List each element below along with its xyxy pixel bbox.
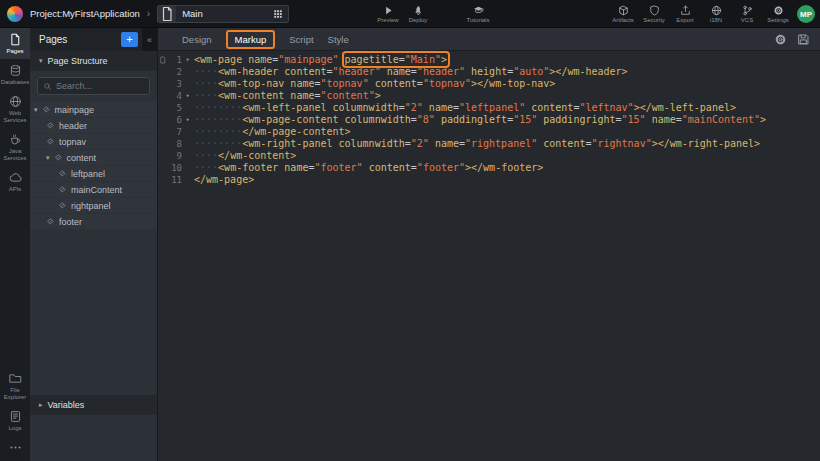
database-icon	[9, 64, 22, 77]
pages-icon	[9, 33, 22, 46]
rail-item-file-explorer[interactable]: File Explorer	[0, 367, 30, 405]
logs-icon	[9, 410, 22, 423]
export-icon	[680, 5, 691, 16]
tree-item-topnav[interactable]: topnav	[30, 134, 157, 149]
artifacts-icon	[618, 5, 629, 16]
rail-item-web-services[interactable]: Web Services	[0, 90, 30, 128]
widget-icon	[46, 217, 55, 226]
web-services-icon	[9, 95, 22, 108]
topbar-action-settings[interactable]: Settings	[766, 5, 790, 23]
chevron-down-icon[interactable]: ▾	[46, 154, 50, 162]
tree-item-label: topnav	[59, 137, 86, 147]
fold-toggle-icon[interactable]: ▾	[182, 54, 193, 66]
user-avatar[interactable]: MP	[797, 5, 815, 23]
rail-bottom-items: File ExplorerLogs	[0, 367, 30, 461]
topbar-action-artifacts[interactable]: Artifacts	[611, 5, 635, 23]
gutter: 5	[158, 102, 194, 114]
topbar-right-actions: ArtifactsSecurityExporti18NVCSSettings	[611, 0, 790, 28]
tab-style[interactable]: Style	[328, 31, 349, 48]
tree-item-mainpage[interactable]: ▾mainpage	[30, 102, 157, 117]
tree-item-maincontent[interactable]: mainContent	[30, 182, 157, 197]
line-number: 2	[168, 66, 182, 78]
chevron-right-icon: ›	[147, 8, 150, 19]
collapse-panel-button[interactable]: «	[142, 28, 157, 51]
variables-section[interactable]: ▸ Variables	[30, 395, 157, 415]
topbar: Project:MyFirstApplication › Main Previe…	[0, 0, 820, 28]
grid-icon[interactable]	[273, 9, 283, 19]
page-structure-label: Page Structure	[48, 56, 108, 66]
chevron-down-icon[interactable]: ▾	[34, 106, 38, 114]
vcs-branch-icon	[742, 5, 753, 16]
left-rail: PagesDatabasesWeb ServicesJava ServicesA…	[0, 28, 30, 461]
topbar-action-vcs[interactable]: VCS	[735, 5, 759, 23]
rail-item-label: APIs	[9, 186, 22, 193]
fold-toggle-icon[interactable]: ▾	[182, 114, 193, 126]
more-ellipsis-icon	[9, 441, 22, 454]
add-page-button[interactable]: +	[121, 32, 138, 47]
gutter: 9	[158, 150, 194, 162]
pages-panel: Pages + « ▾ Page Structure ▾mainpagehead…	[30, 28, 157, 461]
editor-settings-gear-icon[interactable]	[774, 33, 787, 46]
chevron-right-icon: ▸	[39, 401, 43, 409]
gutter: 3	[158, 78, 194, 90]
gutter: 2	[158, 66, 194, 78]
line-number: 8	[168, 138, 182, 150]
topbar-action-label: Preview	[377, 17, 398, 23]
tree-item-header[interactable]: header	[30, 118, 157, 133]
search-icon	[43, 82, 52, 91]
code-line-content: ········<wm-page-content columnwidth="8"…	[194, 114, 766, 126]
panel-title: Pages	[39, 34, 67, 45]
rail-item-logs[interactable]: Logs	[0, 405, 30, 436]
code-line: 2····<wm-header content="header" name="h…	[158, 66, 820, 78]
topbar-action-security[interactable]: Security	[642, 5, 666, 23]
code-editor[interactable]: 1▾<wm-page name="mainpage" pagetitle="Ma…	[158, 51, 820, 461]
topbar-action-deploy[interactable]: Deploy	[406, 5, 430, 23]
fold-toggle-icon[interactable]: ▾	[182, 90, 193, 102]
tree-item-leftpanel[interactable]: leftpanel	[30, 166, 157, 181]
tab-script[interactable]: Script	[289, 31, 313, 48]
panel-header: Pages + «	[30, 28, 157, 51]
editor: DesignMarkupScriptStyle 1▾<wm-page name=…	[157, 28, 820, 461]
topbar-action-preview[interactable]: Preview	[376, 5, 400, 23]
topbar-action-export[interactable]: Export	[673, 5, 697, 23]
page-selector-value: Main	[182, 8, 203, 19]
line-number: 7	[168, 126, 182, 138]
tree-item-label: footer	[59, 217, 82, 227]
tree-item-rightpanel[interactable]: rightpanel	[30, 198, 157, 213]
wavemaker-logo-icon[interactable]	[7, 6, 23, 22]
rail-item-apis[interactable]: APIs	[0, 166, 30, 197]
panel-bottom-spacer	[30, 415, 157, 461]
tree-item-label: content	[67, 153, 97, 163]
rail-item-pages[interactable]: Pages	[0, 28, 30, 59]
widget-icon	[46, 121, 55, 130]
rail-item-more[interactable]	[0, 436, 30, 458]
code-line: 5········<wm-left-panel columnwidth="2" …	[158, 102, 820, 114]
topbar-action-label: Deploy	[409, 17, 428, 23]
gutter: 6▾	[158, 114, 194, 126]
security-shield-icon	[649, 5, 660, 16]
save-icon[interactable]	[797, 33, 810, 46]
rail-item-java-services[interactable]: Java Services	[0, 128, 30, 166]
topbar-center-actions: PreviewDeployTutorials	[376, 0, 490, 28]
topbar-action-i18n[interactable]: i18N	[704, 5, 728, 23]
tree-item-content[interactable]: ▾content	[30, 150, 157, 165]
tree-item-label: mainContent	[71, 185, 122, 195]
project-name: Project:MyFirstApplication	[30, 8, 140, 19]
code-line: 11</wm-page>	[158, 174, 820, 186]
topbar-action-label: i18N	[710, 17, 722, 23]
page-selector[interactable]: Main	[157, 5, 289, 23]
tab-markup[interactable]: Markup	[226, 30, 276, 49]
widget-icon	[42, 105, 51, 114]
tab-design[interactable]: Design	[182, 31, 212, 48]
gutter: 8	[158, 138, 194, 150]
search-input[interactable]	[56, 81, 144, 91]
page-structure-section[interactable]: ▾ Page Structure	[30, 51, 157, 71]
code-line: 8········<wm-right-panel columnwidth="2"…	[158, 138, 820, 150]
tree-item-label: leftpanel	[71, 169, 105, 179]
rail-item-databases[interactable]: Databases	[0, 59, 30, 90]
tree-item-footer[interactable]: footer	[30, 214, 157, 229]
topbar-action-tutorials[interactable]: Tutorials	[466, 5, 490, 23]
code-line-content: ········</wm-page-content>	[194, 126, 351, 138]
file-explorer-icon	[9, 372, 22, 385]
gutter-marker-icon	[158, 56, 168, 64]
